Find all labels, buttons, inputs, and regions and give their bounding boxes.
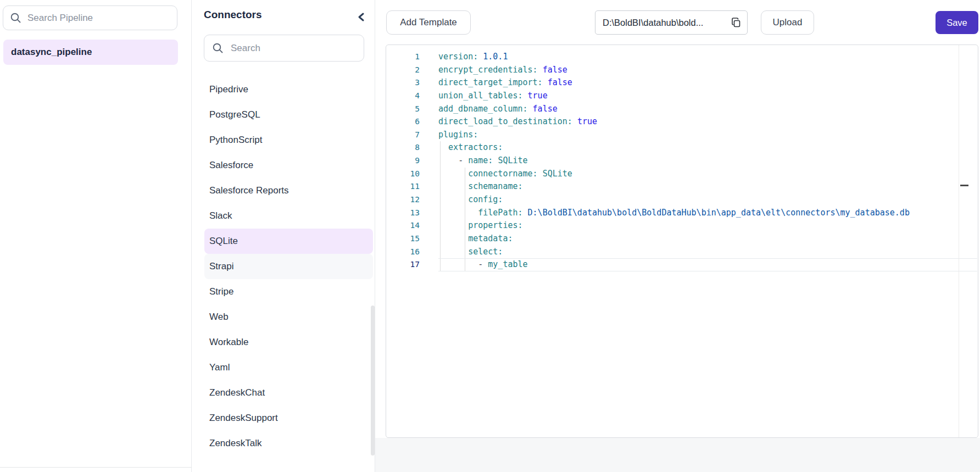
indent-guide [465,180,465,193]
indent-guide [465,246,465,259]
line-number: 12 [386,193,420,207]
connector-item[interactable]: Strapi [204,254,373,279]
connector-item[interactable]: Salesforce [204,153,373,178]
connector-list: PipedrivePostgreSQLPythonScriptSalesforc… [204,77,373,456]
search-icon [212,42,224,54]
pipelines-panel: datasync_pipeline [0,0,192,472]
chevron-left-icon [357,12,366,22]
app-window: datasync_pipeline Connectors PipedrivePo… [0,0,980,472]
connector-item[interactable]: ZendeskSupport [204,406,373,431]
line-number: 17 [386,258,420,271]
copy-icon[interactable] [731,17,742,28]
indent-guide [440,258,441,271]
line-number: 11 [386,180,420,193]
indent-guide [440,232,441,246]
connector-item[interactable]: PostgreSQL [204,102,373,127]
collapse-panel-button[interactable] [354,10,369,24]
connector-item[interactable]: ZendeskTalk [204,431,373,456]
code-line[interactable]: - name: SQLite [438,154,977,168]
line-number: 16 [386,246,420,259]
line-number: 13 [386,207,420,220]
config-path-field[interactable]: D:\BoldBI\datahub\bold... [595,10,748,35]
code-line[interactable]: direct_target_import: false [438,76,977,90]
line-number: 3 [386,76,420,90]
left-panel-divider [0,467,192,468]
add-template-button[interactable]: Add Template [386,10,471,35]
pipeline-search-box[interactable] [3,5,177,30]
main-area: Add Template D:\BoldBI\datahub\bold... U… [375,0,980,472]
code-line[interactable]: select: [438,246,977,259]
indent-guide [465,232,465,246]
connector-item[interactable]: PythonScript [204,127,373,153]
code-line[interactable]: connectorname: SQLite [438,168,977,181]
code-line[interactable]: schemaname: [438,180,977,193]
line-number: 4 [386,90,420,103]
connectors-scrollbar-thumb[interactable] [371,306,375,456]
upload-button[interactable]: Upload [761,10,814,35]
connector-item[interactable]: Pipedrive [204,77,373,102]
code-line[interactable]: direct_load_to_destination: true [438,115,977,129]
indent-guide [440,246,441,259]
search-icon [10,12,21,24]
editor-footer-strip [375,438,980,472]
code-line[interactable]: properties: [438,219,977,232]
code-line[interactable]: filePath: D:\BoldBI\datahub\bold\BoldDat… [438,207,977,220]
connector-item[interactable]: Slack [204,203,373,229]
overview-ruler [959,45,959,437]
line-number: 9 [386,154,420,168]
connector-item[interactable]: Salesforce Reports [204,178,373,203]
connector-search-input[interactable] [231,43,356,54]
line-number: 7 [386,129,420,142]
code-line[interactable]: config: [438,193,977,207]
editor-gutter: 1234567891011121314151617 [386,51,420,271]
connector-item[interactable]: Yaml [204,355,373,380]
indent-guide [465,219,465,232]
indent-guide [440,180,441,193]
indent-guide [440,219,441,232]
connector-item[interactable]: Stripe [204,279,373,304]
indent-guide [465,258,465,271]
line-number: 8 [386,141,420,154]
indent-guide [440,141,441,154]
connector-search-box[interactable] [204,35,364,62]
connector-item[interactable]: Workable [204,330,373,355]
code-line[interactable]: extractors: [438,141,977,154]
connector-item[interactable]: SQLite [204,229,373,254]
line-number: 5 [386,103,420,116]
editor-code-area[interactable]: version: 1.0.1encrypt_credentials: false… [438,51,977,271]
indent-guide [465,193,465,207]
pipeline-item-datasync[interactable]: datasync_pipeline [3,40,178,65]
indent-guide [440,154,441,168]
code-line[interactable]: plugins: [438,129,977,142]
line-number: 10 [386,168,420,181]
connector-item[interactable]: Web [204,304,373,330]
indent-guide [440,207,441,220]
pipeline-search-input[interactable] [27,13,170,24]
code-line[interactable]: encrypt_credentials: false [438,64,977,77]
connectors-panel: Connectors PipedrivePostgreSQLPythonScri… [192,0,375,472]
connector-item[interactable]: ZendeskChat [204,380,373,406]
indent-guide [440,193,441,207]
config-path-value: D:\BoldBI\datahub\bold... [603,18,726,28]
line-number: 15 [386,232,420,246]
code-line[interactable]: version: 1.0.1 [438,51,977,64]
save-button[interactable]: Save [936,11,978,34]
code-line[interactable]: metadata: [438,232,977,246]
line-number: 2 [386,64,420,77]
code-line[interactable]: union_all_tables: true [438,90,977,103]
line-number: 1 [386,51,420,64]
connectors-title: Connectors [204,9,262,21]
yaml-editor[interactable]: 1234567891011121314151617 version: 1.0.1… [386,45,978,438]
line-number: 14 [386,219,420,232]
code-line[interactable]: add_dbname_column: false [438,103,977,116]
overview-ruler-cursor-marker [960,185,968,186]
indent-guide [465,168,465,181]
code-line[interactable]: - my_table [438,258,977,271]
indent-guide [465,207,465,220]
indent-guide [440,168,441,181]
line-number: 6 [386,115,420,129]
